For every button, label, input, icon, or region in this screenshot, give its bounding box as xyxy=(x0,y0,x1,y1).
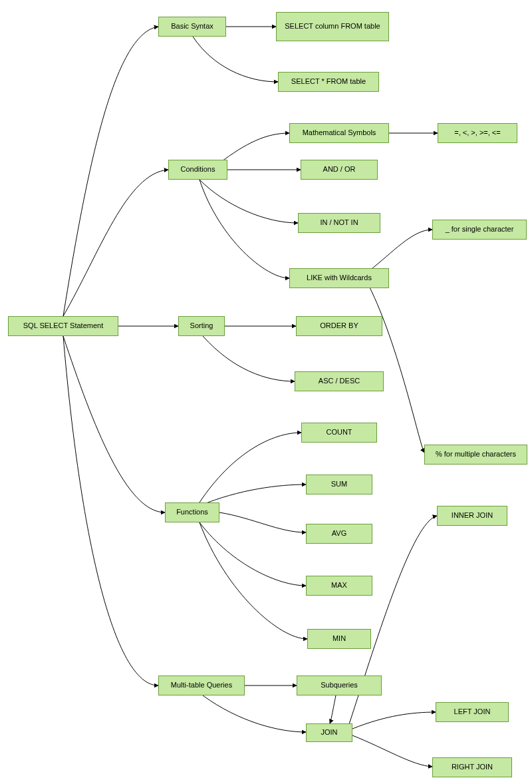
node-in-notin: IN / NOT IN xyxy=(298,213,380,233)
node-max: MAX xyxy=(306,576,372,596)
node-right-join: RIGHT JOIN xyxy=(432,757,512,777)
node-conditions: Conditions xyxy=(168,160,227,180)
node-functions: Functions xyxy=(165,502,219,522)
node-min: MIN xyxy=(307,629,371,649)
node-underscore: _ for single character xyxy=(432,220,527,240)
node-subqueries: Subqueries xyxy=(297,676,382,695)
node-math-symbols: Mathematical Symbols xyxy=(289,123,389,143)
node-sorting: Sorting xyxy=(178,316,225,336)
node-select-star: SELECT * FROM table xyxy=(278,72,379,92)
node-inner-join: INNER JOIN xyxy=(437,506,507,526)
node-avg: AVG xyxy=(306,524,372,544)
node-select-col: SELECT column FROM table xyxy=(276,12,389,41)
node-and-or: AND / OR xyxy=(301,160,378,180)
node-like: LIKE with Wildcards xyxy=(289,268,389,288)
node-left-join: LEFT JOIN xyxy=(436,702,509,722)
node-count: COUNT xyxy=(301,423,377,443)
node-multitable: Multi-table Queries xyxy=(158,676,245,695)
node-orderby: ORDER BY xyxy=(296,316,382,336)
node-basic-syntax: Basic Syntax xyxy=(158,17,226,37)
node-asc-desc: ASC / DESC xyxy=(295,371,384,391)
node-percent: % for multiple characters xyxy=(424,445,527,465)
node-compare-ops: =, <, >, >=, <= xyxy=(438,123,517,143)
node-root: SQL SELECT Statement xyxy=(8,316,118,336)
node-sum: SUM xyxy=(306,475,372,494)
node-join: JOIN xyxy=(306,723,352,742)
